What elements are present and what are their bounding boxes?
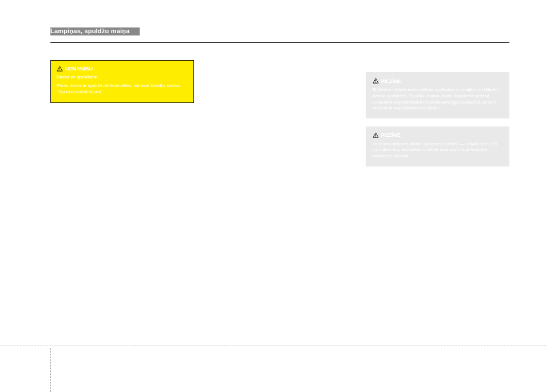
svg-rect-0 <box>60 68 60 69</box>
subsection-title: Priekšējie lukturi — Bi-Xenon tuvās gais… <box>366 175 509 181</box>
note-body: Ja rodas radusies kļūda 'Spuldzes defekt… <box>373 141 503 160</box>
svg-rect-4 <box>375 134 376 136</box>
list-item: 5.Atbrīvojiet atspertes fiksatoru uz iek… <box>366 213 509 225</box>
list-item: 3.Izņemiet spuldzi ar knaibles palīdzību… <box>208 117 351 130</box>
warning-icon <box>373 132 379 138</box>
note-header: PIEZĪME <box>373 78 503 85</box>
list-item: 3:Visi sēdekļi aizņemti + maksimālā pieļ… <box>50 186 194 192</box>
list-item: 6.Izņemiet vaigo spuldzi un ievadiet jau… <box>208 213 351 225</box>
note-box: PIEZĪME Bi-Xenon lukturu automašīnas apr… <box>366 72 509 118</box>
list-item: 2:Visi sēdekļi aizņemti <box>50 179 194 185</box>
list-item: 1.Izvelciet tālvadības atslēgu. <box>366 183 509 189</box>
svg-rect-1 <box>60 70 60 70</box>
svg-rect-5 <box>375 137 376 137</box>
list-item: 6.Nomainiet spuldzes un uzstādiet pieder… <box>208 152 351 164</box>
list-item: 8.Pievienojiet kontaktdakšu. <box>208 240 351 246</box>
list-item: 0:Tikai vadītājs <box>50 164 194 170</box>
paragraph: Slodzes regulatora slēdzis atrodas vadīt… <box>50 148 194 161</box>
list-item: 4.Atvienojiet kontaktdakšu. <box>366 205 509 212</box>
list-item: 7.Uzstādiet atspertes fiksatoru — vispir… <box>208 227 351 239</box>
page-header: Lampiņas, spuldžu maiņa Techniskā apkope <box>50 27 509 39</box>
subsection-title: Tuvās gaismas indikators (Bi-Xenon un ha… <box>208 168 351 174</box>
section-heading: Lampiņas, spuldžu maiņa <box>50 27 129 34</box>
caution-label: UZMANĪBU <box>65 65 93 72</box>
subsection-title: Priekšējo lukturu manuālā regulēšana (at… <box>50 140 194 146</box>
list-item: 5.Atbrīvojiet atspertes fiksatoru — pasp… <box>208 206 351 212</box>
subsection-title: Priekšējā lukture, spuldžu maiņa <box>208 60 351 68</box>
numbered-list: 1.Izslēdziet apgaismojumu un pagreiziet … <box>208 97 351 164</box>
list-item: 7.Piespiediet fiksatora atspertes klipu … <box>366 233 509 246</box>
caution-header: UZMANĪBU <box>57 65 188 72</box>
subsection-title: Tuvās gaismas <box>366 60 509 68</box>
numbered-list: 1.Izvelciet tālvadības atslēgu. 2.Atveri… <box>366 183 509 246</box>
column-left: UZMANĪBU Darbs ar spuldzēm Pirms darba a… <box>50 60 194 256</box>
list-item: 3.Izvelciet lukturi (sk. tālāk). <box>366 198 509 204</box>
note-body: Bi-Xenon lukturu automašīnas aprīkotas a… <box>373 87 503 112</box>
list-item: 1.Izslēdziet aizdedzi. <box>208 176 351 183</box>
list-item: 4.Atvienojiet kontaktdakšu. <box>208 199 351 205</box>
content-columns: UZMANĪBU Darbs ar spuldzēm Pirms darba a… <box>50 60 509 256</box>
subsection-title: Priekšējo lukturu regulēšana, pagriežot … <box>50 111 194 117</box>
paragraph: Visas priekšējā lukture spuldzes (izņemo… <box>208 72 351 85</box>
warning-icon <box>373 78 379 84</box>
caution-subtitle: Darbs ar spuldzēm <box>57 74 188 81</box>
svg-rect-3 <box>375 82 376 83</box>
caution-box: UZMANĪBU Darbs ar spuldzēm Pirms darba a… <box>50 60 194 103</box>
column-middle: Priekšējā lukture, spuldžu maiņa Visas p… <box>208 60 351 256</box>
position-list: 0:Tikai vadītājs 1:Vadītājs + pasažieris… <box>50 164 194 199</box>
note-label: PIEZĪME <box>381 132 401 138</box>
list-item: 1:Vadītājs + pasažieris priekšā <box>50 171 194 177</box>
note-box: PIEZĪME Ja rodas radusies kļūda 'Spuldze… <box>366 126 509 167</box>
subsection-title: Priekšējie gabarītlukturi <box>208 88 351 94</box>
warning-icon <box>57 66 63 72</box>
list-item: 5.Viegli izvelciet datu (pelēko). Velcie… <box>208 138 351 151</box>
svg-rect-2 <box>375 80 376 82</box>
list-item: 4:Vadītājs + maksimālā pieļaujamā bagāžn… <box>50 193 194 200</box>
list-item: 4.Spuldze sader ar patronu. Uzmanīgi izņ… <box>208 131 351 137</box>
list-item: 2.Pagrieziet vāciņu pret pulksteņrādītāj… <box>208 110 351 116</box>
note-label: PIEZĪME <box>381 78 402 85</box>
page: Lampiņas, spuldžu maiņa Techniskā apkope… <box>0 0 546 256</box>
list-item: 3.Noņemiet gumijas vāku. <box>208 191 351 197</box>
footer-fold-line <box>50 348 51 392</box>
list-item: 2.Atveriet motora pārsega dzinēja nodalī… <box>366 191 509 197</box>
caution-body: Pirms darba ar spuldzi pārliecinieties, … <box>57 83 188 96</box>
document-chapter-label: Techniskā apkope <box>468 27 509 33</box>
numbered-list: 1.Izslēdziet aizdedzi. 2.Izvelciet luktu… <box>208 176 351 254</box>
list-item: 6.Aizvērt jaunu spuldzi. To var ievietot… <box>366 226 509 232</box>
note-header: PIEZĪME <box>373 132 503 138</box>
page-number: 174 <box>37 356 45 362</box>
paragraph: Ja ir liela slodze automašīnas aizmugurē… <box>50 118 194 137</box>
list-item: 1.Izslēdziet apgaismojumu un pagreiziet … <box>208 97 351 109</box>
footer-cut-line <box>0 346 546 346</box>
list-item: 2.Izvelciet lukturί. <box>208 184 351 190</box>
list-item: 9.Uzstādiet gumijas vāku. <box>208 247 351 254</box>
column-right: Tuvās gaismas PIEZĪME Bi-Xenon lukturu a… <box>366 60 509 256</box>
header-rule <box>50 42 509 43</box>
